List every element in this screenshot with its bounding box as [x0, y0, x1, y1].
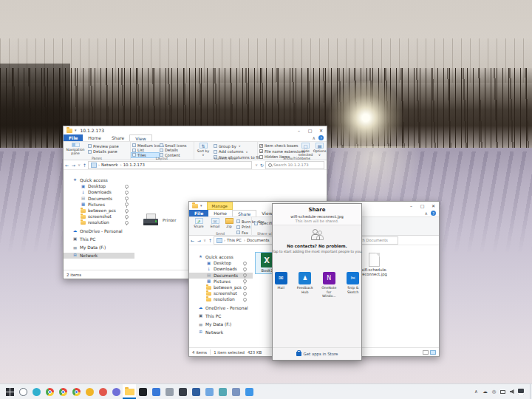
ribbon-tab[interactable]: Share: [232, 210, 256, 216]
sidebar-item[interactable]: › Network: [189, 330, 253, 335]
help-icon[interactable]: ?: [318, 135, 324, 140]
taskbar-button[interactable]: [43, 384, 56, 399]
checkbox[interactable]: [259, 144, 263, 148]
back-button[interactable]: ←: [189, 238, 196, 243]
qat-customize-icon[interactable]: ▾: [200, 204, 202, 208]
options-button[interactable]: Options ∨: [313, 143, 326, 155]
sidebar-item[interactable]: resolution: [64, 219, 134, 225]
sidebar-item[interactable]: › My Data (F:): [64, 245, 134, 250]
layout-option[interactable]: Medium icons: [132, 143, 159, 148]
icons-view-toggle[interactable]: [430, 350, 436, 355]
sort-by-button[interactable]: Sort by ∨: [195, 143, 211, 155]
zip-button[interactable]: Zip: [223, 218, 235, 231]
layout-option[interactable]: Small icons: [159, 143, 186, 148]
taskbar-button[interactable]: [189, 384, 202, 399]
ribbon-tab[interactable]: File: [189, 210, 208, 216]
sidebar-item[interactable]: Desktop: [189, 260, 253, 266]
sidebar-item[interactable]: Downloads: [64, 189, 134, 195]
sidebar-item[interactable]: › OneDrive - Personal: [64, 228, 134, 234]
maximize-button[interactable]: ▢: [417, 202, 428, 210]
display-icon[interactable]: [500, 389, 505, 395]
ribbon-collapse-icon[interactable]: ∧: [425, 211, 428, 216]
ribbon-tab[interactable]: Share: [106, 134, 129, 141]
taskbar-button[interactable]: [83, 384, 96, 399]
sidebar-item[interactable]: Documents: [189, 273, 253, 279]
details-pane-button[interactable]: Details pane: [87, 149, 120, 154]
close-button[interactable]: ✕: [428, 202, 439, 210]
share-app-icon[interactable]: ✉: [275, 272, 287, 284]
sidebar-item[interactable]: ∨ Quick access: [189, 254, 253, 260]
taskbar-button[interactable]: [229, 384, 242, 399]
breadcrumb[interactable]: 10.1.2.173: [123, 163, 147, 167]
sidebar-item[interactable]: Desktop: [64, 183, 134, 189]
taskbar-button[interactable]: [149, 384, 163, 399]
current-view-option[interactable]: Add columns: [213, 149, 261, 154]
sidebar-item[interactable]: Pictures: [64, 202, 134, 208]
share-app[interactable]: ✉ Mail: [273, 272, 290, 299]
layout-option[interactable]: Details: [159, 148, 186, 152]
sidebar-item[interactable]: › This PC: [64, 236, 134, 242]
share-app[interactable]: N OneNote for Windo...: [321, 272, 338, 299]
share-app-icon[interactable]: N: [323, 272, 335, 284]
taskbar-button[interactable]: [163, 384, 176, 399]
store-footer[interactable]: Get apps in Store: [273, 347, 361, 360]
sidebar-item[interactable]: between_pcs: [189, 284, 253, 290]
share-app-icon[interactable]: ✂: [347, 272, 359, 284]
minimize-button[interactable]: –: [406, 202, 417, 210]
file-tile[interactable]: Printer: [142, 213, 177, 228]
share-app[interactable]: ✂ Snip & Sketch: [345, 272, 362, 299]
up-button[interactable]: ↑: [81, 163, 88, 168]
current-view-option[interactable]: Group by: [213, 144, 261, 149]
taskbar-button[interactable]: [96, 384, 109, 399]
quick-access-toolbar[interactable]: ▾: [189, 204, 202, 208]
ribbon-tab[interactable]: Home: [208, 210, 232, 216]
sidebar-item[interactable]: › This PC: [189, 313, 253, 319]
taskbar-button[interactable]: [176, 384, 189, 399]
breadcrumb[interactable]: Documents: [247, 238, 272, 242]
ribbon-collapse-icon[interactable]: ∧: [313, 135, 316, 140]
ribbon-tab[interactable]: Home: [83, 134, 106, 141]
sidebar-item[interactable]: screenshot: [189, 290, 253, 296]
minimize-button[interactable]: –: [293, 126, 304, 134]
taskbar-button[interactable]: [202, 384, 216, 399]
help-icon[interactable]: ?: [431, 211, 436, 216]
share-app-icon[interactable]: ♟: [299, 272, 311, 284]
maximize-button[interactable]: ▢: [304, 126, 316, 134]
up-button[interactable]: ↑: [207, 238, 214, 243]
ribbon-tab[interactable]: View: [129, 134, 151, 141]
refresh-icon[interactable]: ↻: [259, 163, 265, 168]
search-box[interactable]: Search 10.1.2.173: [265, 161, 324, 169]
sidebar-item[interactable]: Downloads: [189, 266, 253, 272]
taskbar-button[interactable]: [136, 384, 149, 399]
sidebar-item[interactable]: ∨ Quick access: [64, 177, 134, 183]
forward-button[interactable]: →: [196, 238, 202, 243]
taskbar-button[interactable]: [56, 384, 69, 399]
sidebar-item[interactable]: › Network: [64, 253, 134, 259]
taskbar-button[interactable]: [123, 384, 136, 399]
navigation-pane-button[interactable]: Navigation pane: [66, 143, 85, 155]
sidebar-item[interactable]: resolution: [189, 296, 253, 302]
picture-tools-badge[interactable]: Manage: [207, 202, 233, 210]
taskbar-button[interactable]: [109, 384, 123, 399]
share-app[interactable]: ♟ Feedback Hub: [297, 272, 314, 299]
hide-selected-items-button[interactable]: Hide selected items: [299, 143, 313, 155]
taskbar-button[interactable]: [30, 384, 43, 399]
onedrive-cloud-icon[interactable]: ☁: [482, 389, 488, 395]
breadcrumb[interactable]: This PC: [227, 238, 245, 242]
share-button[interactable]: Share: [191, 218, 206, 231]
layout-option[interactable]: List: [132, 148, 159, 152]
details-view-toggle[interactable]: [423, 350, 429, 355]
defender-icon[interactable]: ◎: [491, 389, 497, 395]
title-bar[interactable]: ▾ 10.1.2.173 – ▢ ✕: [64, 126, 327, 134]
address-bar[interactable]: › Network10.1.2.173: [88, 161, 252, 169]
preview-pane-button[interactable]: Preview pane: [87, 144, 120, 149]
taskbar-button[interactable]: [16, 384, 30, 399]
back-button[interactable]: ←: [64, 163, 70, 168]
qat-customize-icon[interactable]: ▾: [75, 129, 77, 132]
ribbon-tab[interactable]: File: [64, 134, 83, 141]
file-tile[interactable]: wifi-schedule-reconnect.jpg: [361, 253, 387, 277]
email-button[interactable]: Email: [208, 218, 222, 231]
breadcrumb[interactable]: Network: [101, 163, 122, 167]
close-button[interactable]: ✕: [316, 126, 327, 134]
sidebar-item[interactable]: screenshot: [64, 214, 134, 219]
